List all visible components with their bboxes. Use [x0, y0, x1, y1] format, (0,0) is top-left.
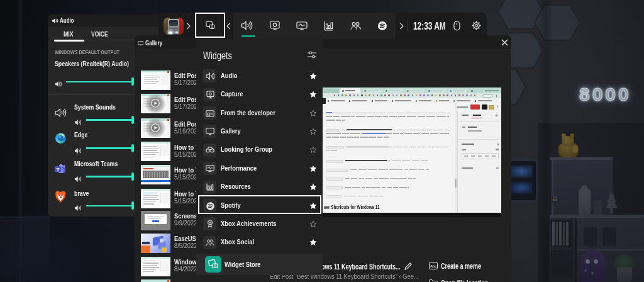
svg-text:Abc: Abc — [430, 264, 436, 268]
